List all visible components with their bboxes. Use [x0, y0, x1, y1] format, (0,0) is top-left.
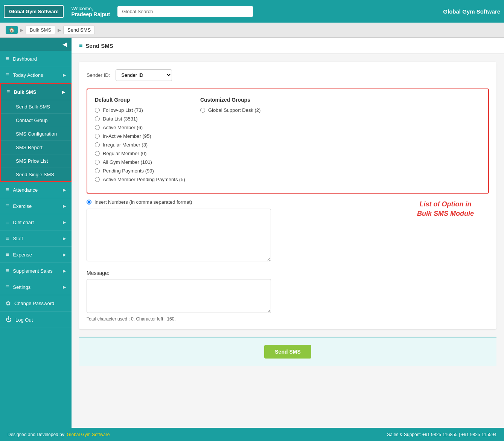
- sidebar-label-logout: Log Out: [15, 317, 66, 323]
- attendance-icon: ≡: [6, 186, 9, 193]
- radio-datalist-input[interactable]: [95, 116, 100, 121]
- footer: Designed and Developed by: Global Gym So…: [0, 428, 504, 441]
- sidebar-item-supplement-sales[interactable]: ≡ Supplement Sales ▶: [0, 263, 72, 279]
- radio-pending-payments[interactable]: Pending Payments (99): [95, 168, 185, 174]
- radio-pending-payments-input[interactable]: [95, 168, 100, 173]
- radio-inactive-member[interactable]: In-Active Member (95): [95, 133, 185, 139]
- sidebar-item-change-password[interactable]: ✿ Change Password: [0, 295, 72, 312]
- sidebar-item-today-actions[interactable]: ≡ Today Actions ▶: [0, 67, 72, 83]
- search-box[interactable]: [117, 6, 253, 17]
- sidebar-label-supplement-sales: Supplement Sales: [13, 268, 63, 274]
- radio-all-gym-member[interactable]: All Gym Member (101): [95, 159, 185, 165]
- radio-inactive-member-input[interactable]: [95, 134, 100, 139]
- bulk-sms-arrow: ▶: [62, 90, 65, 95]
- welcome-text: Welcome,: [71, 6, 110, 11]
- radio-regular-member-input[interactable]: [95, 151, 100, 156]
- radio-global-support[interactable]: Global Support Desk (2): [200, 107, 260, 113]
- sender-row: Sender ID: Sender ID: [87, 69, 489, 81]
- sidebar-label-today-actions: Today Actions: [13, 72, 63, 78]
- radio-active-pending[interactable]: Active Member Pending Payments (5): [95, 177, 185, 182]
- radio-active-member-label: Active Member (6): [103, 125, 143, 130]
- sidebar-item-bulk-sms[interactable]: ≡ Bulk SMS ▶: [1, 84, 71, 100]
- user-name: Pradeep Rajput: [71, 11, 110, 17]
- sidebar-item-diet-chart[interactable]: ≡ Diet chart ▶: [0, 214, 72, 230]
- submenu-contact-group[interactable]: Contact Group: [1, 113, 71, 127]
- sidebar-label-staff: Staff: [13, 236, 63, 241]
- radio-regular-member[interactable]: Regular Member (0): [95, 151, 185, 156]
- footer-left: Designed and Developed by: Global Gym So…: [8, 432, 110, 437]
- radio-datalist[interactable]: Data List (3531): [95, 116, 185, 122]
- radio-followup-input[interactable]: [95, 108, 100, 113]
- submenu-sms-price-list[interactable]: SMS Price List: [1, 154, 71, 168]
- breadcrumb-sep-2: ▶: [58, 27, 61, 33]
- today-actions-icon: ≡: [6, 72, 9, 78]
- radio-active-member-input[interactable]: [95, 125, 100, 130]
- sidebar-item-staff[interactable]: ≡ Staff ▶: [0, 230, 72, 247]
- submenu-send-single-sms[interactable]: Send Single SMS: [1, 168, 71, 181]
- radio-irregular-member[interactable]: Irregular Member (3): [95, 142, 185, 148]
- submenu-send-bulk-sms[interactable]: Send Bulk SMS: [1, 100, 71, 113]
- send-btn-area: Send SMS: [79, 337, 496, 366]
- submenu-sms-report[interactable]: SMS Report: [1, 140, 71, 154]
- send-sms-form: Sender ID: Sender ID Default Group Follo…: [79, 62, 496, 329]
- sidebar-item-exercise[interactable]: ≡ Exercise ▶: [0, 198, 72, 214]
- message-textarea[interactable]: [87, 279, 271, 313]
- radio-all-gym-member-input[interactable]: [95, 160, 100, 165]
- customized-group-title: Customized Groups: [200, 97, 260, 103]
- radio-insert-numbers-input[interactable]: [87, 200, 91, 204]
- radio-irregular-member-input[interactable]: [95, 142, 100, 147]
- page-title: Send SMS: [85, 43, 113, 49]
- radio-followup-label: Follow-up List (73): [103, 107, 143, 113]
- bulk-sms-menu: ≡ Bulk SMS ▶ Send Bulk SMS Contact Group…: [0, 83, 72, 182]
- numbers-textarea[interactable]: [87, 209, 271, 261]
- breadcrumb: 🏠 ▶ Bulk SMS ▶ Send SMS: [0, 23, 504, 38]
- exercise-arrow: ▶: [63, 204, 66, 209]
- submenu-sms-configuration[interactable]: SMS Configuration: [1, 127, 71, 140]
- breadcrumb-send-sms[interactable]: Send SMS: [63, 26, 95, 34]
- toggle-icon: ◀: [62, 41, 67, 48]
- sidebar: ◀ ≡ Dashboard ≡ Today Actions ▶ ≡ Bulk S…: [0, 38, 72, 428]
- section-icon: ≡: [79, 42, 82, 49]
- sidebar-item-logout[interactable]: ⏻ Log Out: [0, 312, 72, 328]
- main-content: ≡ Send SMS Sender ID: Sender ID Default …: [72, 38, 504, 428]
- staff-arrow: ▶: [63, 236, 66, 241]
- exercise-icon: ≡: [6, 203, 9, 209]
- footer-link[interactable]: Global Gym Software: [67, 432, 110, 437]
- radio-active-pending-input[interactable]: [95, 177, 100, 182]
- sidebar-item-expense[interactable]: ≡ Expense ▶: [0, 247, 72, 263]
- sender-label: Sender ID:: [87, 72, 110, 78]
- footer-right: Sales & Support: +91 9825 116855 | +91 9…: [387, 432, 496, 437]
- attendance-arrow: ▶: [63, 188, 66, 192]
- sidebar-label-exercise: Exercise: [13, 203, 63, 209]
- dashboard-icon: ≡: [6, 55, 9, 62]
- radio-followup[interactable]: Follow-up List (73): [95, 107, 185, 113]
- annotation-line2: Bulk SMS Module: [417, 210, 474, 217]
- sidebar-item-dashboard[interactable]: ≡ Dashboard: [0, 51, 72, 67]
- brand-name: Global Gym Software: [443, 8, 500, 15]
- breadcrumb-home[interactable]: 🏠: [6, 26, 18, 34]
- breadcrumb-bulk-sms[interactable]: Bulk SMS: [26, 26, 55, 34]
- change-password-icon: ✿: [6, 300, 11, 307]
- sidebar-item-settings[interactable]: ≡ Settings ▶: [0, 279, 72, 295]
- insert-numbers-label: Insert Numbers (in comma separated forma…: [94, 199, 192, 205]
- main-layout: ◀ ≡ Dashboard ≡ Today Actions ▶ ≡ Bulk S…: [0, 38, 504, 428]
- top-bar: Global Gym Software Welcome, Pradeep Raj…: [0, 0, 504, 23]
- settings-icon: ≡: [6, 284, 9, 290]
- send-sms-button[interactable]: Send SMS: [264, 345, 311, 359]
- expense-arrow: ▶: [63, 252, 66, 257]
- radio-active-pending-label: Active Member Pending Payments (5): [103, 177, 185, 182]
- message-label: Message:: [87, 270, 489, 276]
- sidebar-toggle[interactable]: ◀: [0, 38, 72, 51]
- sidebar-label-dashboard: Dashboard: [13, 56, 66, 62]
- radio-active-member[interactable]: Active Member (6): [95, 125, 185, 130]
- radio-global-support-input[interactable]: [200, 108, 205, 113]
- default-group-col: Default Group Follow-up List (73) Data L…: [95, 97, 185, 185]
- radio-all-gym-member-label: All Gym Member (101): [103, 159, 152, 165]
- sidebar-item-attendance[interactable]: ≡ Attendance ▶: [0, 182, 72, 198]
- annotation-text: List of Option in Bulk SMS Module: [417, 200, 474, 218]
- radio-inactive-member-label: In-Active Member (95): [103, 133, 151, 139]
- radio-regular-member-label: Regular Member (0): [103, 151, 146, 156]
- search-input[interactable]: [117, 6, 253, 17]
- groups-box: Default Group Follow-up List (73) Data L…: [87, 89, 489, 194]
- sender-id-select[interactable]: Sender ID: [116, 69, 172, 81]
